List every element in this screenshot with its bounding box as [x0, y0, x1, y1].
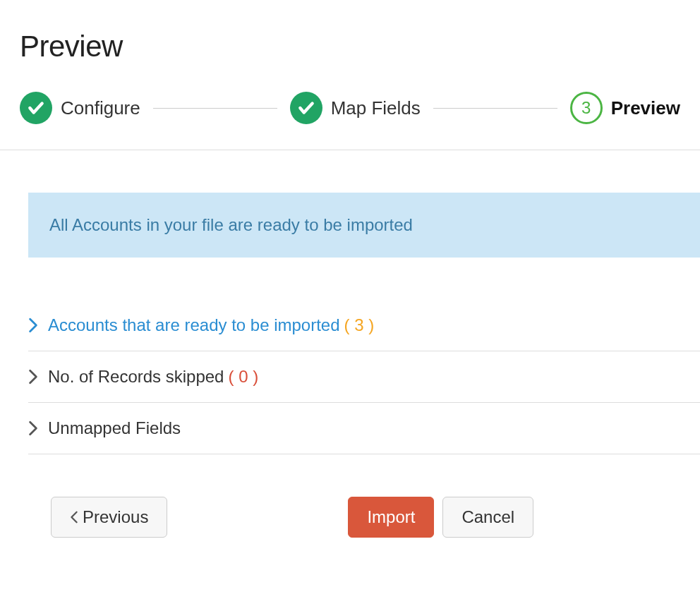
cancel-button[interactable]: Cancel [442, 497, 533, 538]
step-number-badge: 3 [570, 92, 603, 124]
info-banner: All Accounts in your file are ready to b… [28, 193, 700, 258]
summary-list: Accounts that are ready to be imported (… [0, 258, 700, 454]
check-icon [20, 92, 52, 124]
row-records-skipped[interactable]: No. of Records skipped ( 0 ) [28, 351, 700, 403]
step-label: Configure [61, 97, 140, 119]
stepper: Configure Map Fields 3 Preview [0, 63, 700, 150]
chevron-right-icon [28, 369, 48, 385]
step-preview: 3 Preview [570, 92, 680, 124]
check-icon [290, 92, 322, 124]
row-label: Accounts that are ready to be imported [48, 315, 340, 335]
previous-button[interactable]: Previous [51, 497, 167, 538]
chevron-right-icon [28, 421, 48, 436]
import-button[interactable]: Import [348, 497, 434, 538]
row-unmapped-fields[interactable]: Unmapped Fields [28, 403, 700, 454]
button-label: Cancel [461, 507, 514, 527]
row-count: ( 3 ) [344, 315, 375, 335]
step-connector [433, 108, 557, 109]
page-title: Preview [0, 0, 700, 63]
step-label: Map Fields [331, 97, 421, 119]
step-configure: Configure [20, 92, 140, 124]
button-bar: Previous Import Cancel [0, 454, 700, 538]
row-label: No. of Records skipped [48, 367, 224, 387]
row-count: ( 0 ) [228, 367, 258, 387]
row-label: Unmapped Fields [48, 418, 181, 438]
chevron-right-icon [28, 317, 48, 333]
step-map-fields: Map Fields [290, 92, 421, 124]
button-label: Previous [83, 507, 148, 527]
button-label: Import [367, 507, 415, 527]
step-connector [153, 108, 277, 109]
row-ready-to-import[interactable]: Accounts that are ready to be imported (… [28, 300, 700, 351]
step-label: Preview [611, 97, 680, 119]
chevron-left-icon [70, 511, 78, 524]
